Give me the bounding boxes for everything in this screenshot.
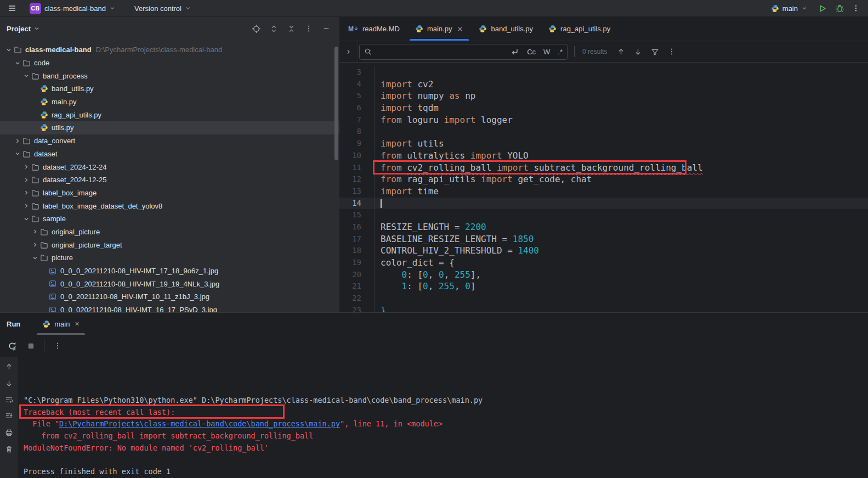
image-icon [48, 267, 57, 275]
chevron-down-icon[interactable] [13, 59, 22, 68]
close-icon[interactable] [457, 26, 463, 32]
tab-readMe.MD[interactable]: MreadMe.MD [341, 17, 407, 41]
match-case-toggle[interactable]: Cc [527, 48, 536, 56]
collapse-all-button[interactable] [286, 23, 297, 34]
code-editor[interactable]: 34import cv25import numpy as np6import t… [339, 63, 868, 312]
text-caret [381, 199, 382, 208]
chevron-right-icon[interactable] [13, 137, 22, 145]
tree-item-label: label_box_image_dataset_det_yolov8 [43, 202, 162, 210]
python-icon [415, 25, 423, 33]
folder-icon [31, 71, 39, 80]
line-number: 19 [339, 257, 361, 269]
newline-icon[interactable] [510, 47, 519, 56]
tree-item-dataset_2024-12-24[interactable]: dataset_2024-12-24 [0, 160, 339, 173]
rerun-button[interactable] [7, 340, 18, 351]
tree-item-dataset[interactable]: dataset [0, 148, 339, 161]
chevron-down-icon [109, 5, 116, 12]
run-tab-main[interactable]: main × [36, 313, 86, 335]
tree-item-picture[interactable]: picture [0, 251, 339, 265]
tree-item-label_box_image_dataset_det_yolov8[interactable]: label_box_image_dataset_det_yolov8 [0, 199, 339, 212]
more-actions-button[interactable] [849, 1, 863, 15]
chevron-down-icon[interactable] [31, 254, 39, 262]
chevron-right-icon[interactable] [31, 240, 39, 249]
project-panel-title[interactable]: Project [7, 25, 40, 33]
tree-item-label: 0_0_0_20211210-08_HIV-IMT_17_18_9o6z_1.j… [60, 267, 218, 275]
tab-rag_api_utils.py[interactable]: rag_api_utils.py [541, 17, 618, 41]
tree-item-code[interactable]: code [0, 57, 339, 70]
stop-button[interactable] [25, 340, 36, 351]
tree-item-original_picture_target[interactable]: original_picture_target [0, 238, 339, 251]
project-scrollbar[interactable] [334, 47, 338, 160]
scroll-to-end-button[interactable] [4, 410, 15, 421]
print-button[interactable] [4, 427, 15, 438]
debug-button[interactable] [832, 1, 847, 15]
python-icon [42, 320, 50, 328]
tree-item-0_0_20211210-08_HIV-IMT_10_11_z1bJ_3.jpg[interactable]: 0_0_20211210-08_HIV-IMT_10_11_z1bJ_3.jpg [0, 290, 339, 303]
tree-item-dataset_2024-12-25[interactable]: dataset_2024-12-25 [0, 173, 339, 187]
next-occurrence-icon[interactable] [634, 48, 642, 56]
regex-toggle[interactable]: .* [558, 48, 563, 56]
chevron-down-icon[interactable] [22, 215, 31, 223]
chevron-right-icon[interactable] [22, 162, 31, 171]
tree-item-utils.py[interactable]: utils.py [0, 121, 339, 134]
console-more-button[interactable] [52, 340, 63, 351]
project-widget[interactable]: CB class-medical-band [25, 1, 120, 16]
tree-item-rag_api_utils.py[interactable]: rag_api_utils.py [0, 108, 339, 121]
tree-item-label: picture [52, 254, 73, 262]
tree-item-data_convert[interactable]: data_convert [0, 134, 339, 148]
up-stacktrace-button[interactable] [4, 361, 15, 372]
filter-icon[interactable] [651, 48, 659, 56]
words-toggle[interactable]: W [543, 48, 550, 56]
chevron-right-icon[interactable] [22, 176, 31, 184]
run-configuration-widget[interactable]: main [767, 3, 812, 14]
chevron-right-icon[interactable] [22, 188, 31, 197]
line-number: 7 [339, 114, 361, 126]
tab-band_utils.py[interactable]: band_utils.py [471, 17, 541, 41]
console-line: from cv2_rolling_ball import subtract_ba… [24, 430, 868, 442]
line-number: 5 [339, 90, 361, 102]
line-number: 3 [339, 66, 361, 78]
tree-item-sample[interactable]: sample [0, 212, 339, 226]
clear-console-button[interactable] [4, 443, 15, 454]
down-stacktrace-button[interactable] [4, 378, 15, 389]
main-menu-button[interactable] [3, 2, 21, 15]
image-icon [48, 306, 57, 312]
tree-item-original_picture[interactable]: original_picture [0, 226, 339, 239]
soft-wrap-button[interactable] [4, 394, 15, 405]
locate-file-button[interactable] [251, 23, 262, 34]
chevron-right-icon[interactable] [22, 201, 31, 210]
tree-item-main.py[interactable]: main.py [0, 95, 339, 109]
prev-occurrence-icon[interactable] [617, 48, 625, 56]
tree-item-band_utils.py[interactable]: band_utils.py [0, 82, 339, 95]
tree-item-path: D:\PycharmProjects\class-medical-band [96, 46, 222, 54]
tree-item-band_process[interactable]: band_process [0, 69, 339, 82]
tab-main.py[interactable]: main.py [407, 17, 472, 41]
editor-tab-bar: MreadMe.MDmain.pyband_utils.pyrag_api_ut… [339, 17, 868, 41]
traceback-file-link[interactable]: D:\PycharmProjects\class-medical-band\co… [59, 419, 340, 428]
tree-item-0_0_0_20211210-08_HIV-IMT_17_18_9o6z_1.jpg[interactable]: 0_0_0_20211210-08_HIV-IMT_17_18_9o6z_1.j… [0, 265, 339, 278]
code-line-18: 18CONTROL_HIV_2_THRESHOLD = 1400 [339, 245, 868, 257]
chevron-right-icon[interactable] [31, 227, 39, 236]
expand-all-button[interactable] [268, 23, 279, 34]
tab-label: rag_api_utils.py [560, 25, 610, 33]
tree-item-0_0_020211210-08_HIV-IMT_16_17_PSyD_3.jpg[interactable]: 0_0_020211210-08_HIV-IMT_16_17_PSyD_3.jp… [0, 303, 339, 312]
hide-panel-button[interactable] [321, 23, 332, 34]
chevron-down-icon[interactable] [13, 149, 22, 158]
line-number: 14 [339, 198, 361, 210]
tree-item-0_0_0_20211210-08_HIV-IMT_19_19_4NLk_3.jpg[interactable]: 0_0_0_20211210-08_HIV-IMT_19_19_4NLk_3.j… [0, 277, 339, 290]
search-expand-button[interactable] [339, 41, 358, 62]
chevron-down-icon[interactable] [22, 71, 31, 80]
chevron-down-icon[interactable] [4, 46, 13, 54]
search-bar: Cc W .* 0 results [339, 41, 868, 63]
tree-item-class-medical-band[interactable]: class-medical-bandD:\PycharmProjects\cla… [0, 43, 339, 57]
tree-item-label: sample [43, 215, 66, 223]
search-input[interactable]: Cc W .* [359, 44, 568, 60]
code-line-22: 22 [339, 293, 868, 305]
more-icon[interactable] [668, 48, 676, 55]
tree-item-label_box_image[interactable]: label_box_image [0, 187, 339, 200]
panel-options-button[interactable] [303, 23, 314, 34]
close-icon[interactable]: × [75, 320, 79, 328]
version-control-widget[interactable]: Version control [130, 3, 196, 14]
run-button[interactable] [814, 1, 830, 15]
line-number: 10 [339, 150, 361, 162]
